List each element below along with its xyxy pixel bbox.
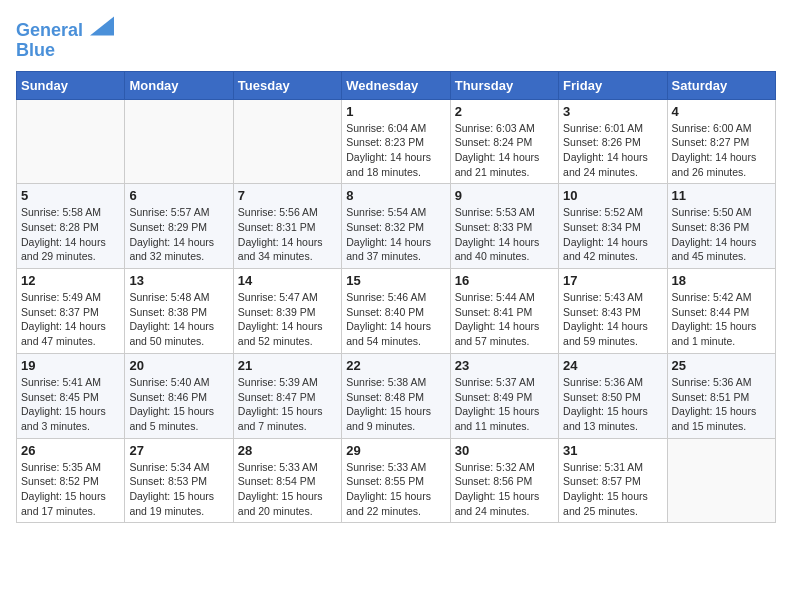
calendar-cell: 21Sunrise: 5:39 AM Sunset: 8:47 PM Dayli… [233,353,341,438]
calendar-cell: 4Sunrise: 6:00 AM Sunset: 8:27 PM Daylig… [667,99,775,184]
day-number: 18 [672,273,771,288]
calendar-table: SundayMondayTuesdayWednesdayThursdayFrid… [16,71,776,524]
calendar-cell: 19Sunrise: 5:41 AM Sunset: 8:45 PM Dayli… [17,353,125,438]
day-number: 29 [346,443,445,458]
day-number: 5 [21,188,120,203]
calendar-cell: 6Sunrise: 5:57 AM Sunset: 8:29 PM Daylig… [125,184,233,269]
day-number: 11 [672,188,771,203]
day-info: Sunrise: 5:41 AM Sunset: 8:45 PM Dayligh… [21,375,120,434]
day-number: 9 [455,188,554,203]
weekday-header-tuesday: Tuesday [233,71,341,99]
day-info: Sunrise: 5:32 AM Sunset: 8:56 PM Dayligh… [455,460,554,519]
weekday-header-sunday: Sunday [17,71,125,99]
day-number: 13 [129,273,228,288]
calendar-cell: 25Sunrise: 5:36 AM Sunset: 8:51 PM Dayli… [667,353,775,438]
day-number: 3 [563,104,662,119]
logo-text: General Blue [16,16,114,61]
day-number: 1 [346,104,445,119]
day-number: 21 [238,358,337,373]
day-info: Sunrise: 5:57 AM Sunset: 8:29 PM Dayligh… [129,205,228,264]
calendar-cell: 2Sunrise: 6:03 AM Sunset: 8:24 PM Daylig… [450,99,558,184]
day-number: 12 [21,273,120,288]
calendar-cell: 7Sunrise: 5:56 AM Sunset: 8:31 PM Daylig… [233,184,341,269]
calendar-week-2: 5Sunrise: 5:58 AM Sunset: 8:28 PM Daylig… [17,184,776,269]
day-info: Sunrise: 5:39 AM Sunset: 8:47 PM Dayligh… [238,375,337,434]
calendar-cell: 12Sunrise: 5:49 AM Sunset: 8:37 PM Dayli… [17,269,125,354]
day-info: Sunrise: 5:40 AM Sunset: 8:46 PM Dayligh… [129,375,228,434]
logo-icon [90,16,114,36]
page-header: General Blue [16,16,776,61]
day-info: Sunrise: 6:01 AM Sunset: 8:26 PM Dayligh… [563,121,662,180]
calendar-week-5: 26Sunrise: 5:35 AM Sunset: 8:52 PM Dayli… [17,438,776,523]
weekday-header-friday: Friday [559,71,667,99]
weekday-header-thursday: Thursday [450,71,558,99]
calendar-cell: 10Sunrise: 5:52 AM Sunset: 8:34 PM Dayli… [559,184,667,269]
day-number: 26 [21,443,120,458]
day-info: Sunrise: 5:42 AM Sunset: 8:44 PM Dayligh… [672,290,771,349]
day-info: Sunrise: 5:35 AM Sunset: 8:52 PM Dayligh… [21,460,120,519]
day-info: Sunrise: 5:36 AM Sunset: 8:50 PM Dayligh… [563,375,662,434]
calendar-cell: 20Sunrise: 5:40 AM Sunset: 8:46 PM Dayli… [125,353,233,438]
calendar-cell: 28Sunrise: 5:33 AM Sunset: 8:54 PM Dayli… [233,438,341,523]
day-info: Sunrise: 5:56 AM Sunset: 8:31 PM Dayligh… [238,205,337,264]
day-info: Sunrise: 6:00 AM Sunset: 8:27 PM Dayligh… [672,121,771,180]
day-number: 31 [563,443,662,458]
calendar-cell [17,99,125,184]
day-info: Sunrise: 5:54 AM Sunset: 8:32 PM Dayligh… [346,205,445,264]
calendar-cell [667,438,775,523]
day-number: 8 [346,188,445,203]
day-number: 30 [455,443,554,458]
day-info: Sunrise: 5:31 AM Sunset: 8:57 PM Dayligh… [563,460,662,519]
day-info: Sunrise: 5:37 AM Sunset: 8:49 PM Dayligh… [455,375,554,434]
calendar-cell: 3Sunrise: 6:01 AM Sunset: 8:26 PM Daylig… [559,99,667,184]
calendar-cell: 31Sunrise: 5:31 AM Sunset: 8:57 PM Dayli… [559,438,667,523]
day-number: 24 [563,358,662,373]
calendar-cell: 13Sunrise: 5:48 AM Sunset: 8:38 PM Dayli… [125,269,233,354]
day-info: Sunrise: 5:33 AM Sunset: 8:54 PM Dayligh… [238,460,337,519]
day-number: 28 [238,443,337,458]
svg-marker-0 [90,16,114,35]
day-info: Sunrise: 5:58 AM Sunset: 8:28 PM Dayligh… [21,205,120,264]
calendar-cell: 29Sunrise: 5:33 AM Sunset: 8:55 PM Dayli… [342,438,450,523]
day-number: 14 [238,273,337,288]
calendar-cell: 5Sunrise: 5:58 AM Sunset: 8:28 PM Daylig… [17,184,125,269]
day-number: 23 [455,358,554,373]
calendar-cell: 11Sunrise: 5:50 AM Sunset: 8:36 PM Dayli… [667,184,775,269]
day-info: Sunrise: 5:50 AM Sunset: 8:36 PM Dayligh… [672,205,771,264]
day-info: Sunrise: 6:03 AM Sunset: 8:24 PM Dayligh… [455,121,554,180]
weekday-header-wednesday: Wednesday [342,71,450,99]
weekday-header-row: SundayMondayTuesdayWednesdayThursdayFrid… [17,71,776,99]
day-info: Sunrise: 5:43 AM Sunset: 8:43 PM Dayligh… [563,290,662,349]
calendar-week-4: 19Sunrise: 5:41 AM Sunset: 8:45 PM Dayli… [17,353,776,438]
day-number: 17 [563,273,662,288]
day-number: 6 [129,188,228,203]
day-number: 25 [672,358,771,373]
calendar-cell: 30Sunrise: 5:32 AM Sunset: 8:56 PM Dayli… [450,438,558,523]
calendar-cell: 22Sunrise: 5:38 AM Sunset: 8:48 PM Dayli… [342,353,450,438]
day-number: 16 [455,273,554,288]
calendar-week-1: 1Sunrise: 6:04 AM Sunset: 8:23 PM Daylig… [17,99,776,184]
day-number: 10 [563,188,662,203]
calendar-cell [125,99,233,184]
calendar-cell: 27Sunrise: 5:34 AM Sunset: 8:53 PM Dayli… [125,438,233,523]
calendar-cell: 14Sunrise: 5:47 AM Sunset: 8:39 PM Dayli… [233,269,341,354]
calendar-cell: 17Sunrise: 5:43 AM Sunset: 8:43 PM Dayli… [559,269,667,354]
calendar-week-3: 12Sunrise: 5:49 AM Sunset: 8:37 PM Dayli… [17,269,776,354]
day-number: 2 [455,104,554,119]
day-info: Sunrise: 5:47 AM Sunset: 8:39 PM Dayligh… [238,290,337,349]
day-info: Sunrise: 5:49 AM Sunset: 8:37 PM Dayligh… [21,290,120,349]
calendar-cell: 26Sunrise: 5:35 AM Sunset: 8:52 PM Dayli… [17,438,125,523]
day-number: 4 [672,104,771,119]
weekday-header-saturday: Saturday [667,71,775,99]
day-info: Sunrise: 5:33 AM Sunset: 8:55 PM Dayligh… [346,460,445,519]
calendar-cell [233,99,341,184]
day-info: Sunrise: 5:48 AM Sunset: 8:38 PM Dayligh… [129,290,228,349]
logo: General Blue [16,16,114,61]
weekday-header-monday: Monday [125,71,233,99]
calendar-cell: 1Sunrise: 6:04 AM Sunset: 8:23 PM Daylig… [342,99,450,184]
calendar-cell: 23Sunrise: 5:37 AM Sunset: 8:49 PM Dayli… [450,353,558,438]
day-info: Sunrise: 6:04 AM Sunset: 8:23 PM Dayligh… [346,121,445,180]
day-info: Sunrise: 5:44 AM Sunset: 8:41 PM Dayligh… [455,290,554,349]
day-number: 7 [238,188,337,203]
calendar-cell: 9Sunrise: 5:53 AM Sunset: 8:33 PM Daylig… [450,184,558,269]
